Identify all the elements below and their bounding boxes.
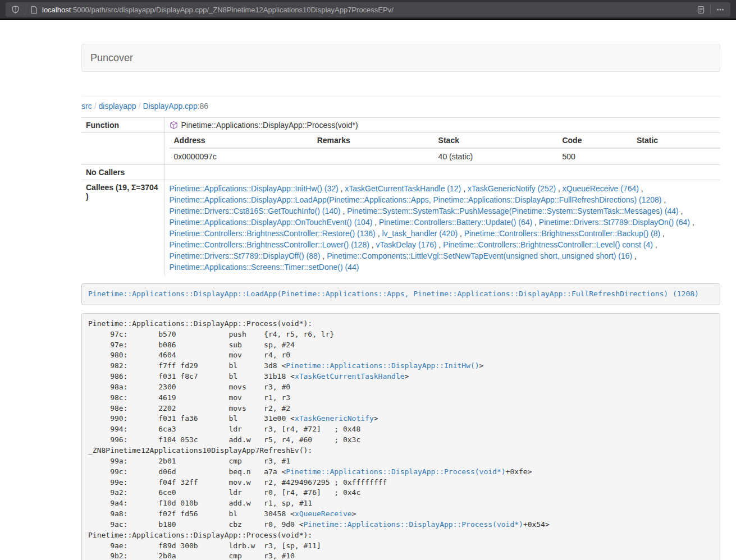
url-bar[interactable]: localhost:5000/path/src/displayapp/Displ… [6,2,730,17]
callee-separator: , [369,240,376,249]
callee-link[interactable]: xTaskGetCurrentTaskHandle (12) [345,184,461,193]
page-container: Puncover src/displayapp/DisplayApp.cpp:8… [81,44,720,560]
no-callers-label: No Callers [81,165,164,180]
assembly-listing: Pinetime::Applications::DisplayApp::Proc… [81,313,720,560]
callee-link[interactable]: xTaskGenericNotify (252) [468,184,556,193]
breadcrumb-line-number: :86 [198,102,208,111]
callee-link[interactable]: lv_task_handler (420) [382,229,458,238]
callee-separator: , [376,229,382,238]
assembly-symbol-link[interactable]: xTaskGenericNotify [295,414,374,423]
stats-table: Address Remarks Stack Code Static 0x0000… [170,133,721,164]
menu-dots-icon[interactable] [716,5,725,14]
url-host: localhost [42,6,71,14]
assembly-symbol-link[interactable]: xTaskGetCurrentTaskHandle [295,372,405,380]
function-table: Function Pinetime::Applications::Display… [81,117,720,276]
callee-separator: , [556,184,563,193]
callee-link[interactable]: Pinetime::Drivers::Cst816S::GetTouchInfo… [170,206,341,215]
function-row: Function Pinetime::Applications::Display… [81,118,720,133]
callee-link[interactable]: Pinetime::Applications::Screens::Timer::… [170,263,359,272]
callee-separator: , [661,195,666,204]
column-header-code: Code [557,133,632,148]
callee-link[interactable]: Pinetime::Controllers::BrightnessControl… [170,229,376,238]
breadcrumb-separator: / [136,102,143,111]
callee-separator: , [632,251,637,260]
divider [81,96,720,97]
callee-separator: , [639,184,643,193]
app-navbar: Puncover [81,44,720,72]
callee-link[interactable]: Pinetime::Drivers::St7789::DisplayOn() (… [539,218,690,227]
breadcrumb-separator: / [92,102,99,111]
page-icon[interactable] [30,6,38,14]
highlighted-callee-block: Pinetime::Applications::DisplayApp::Load… [81,283,720,305]
code-value: 500 [557,148,632,164]
callee-link[interactable]: vTaskDelay (176) [376,240,437,249]
app-brand[interactable]: Puncover [90,52,133,64]
column-header-address: Address [170,133,313,148]
callee-link[interactable]: Pinetime::Components::LittleVgl::SetNewT… [327,251,632,260]
callee-separator: , [372,218,379,227]
url-text[interactable]: localhost:5000/path/src/displayapp/Displ… [42,6,697,14]
callee-separator: , [660,229,665,238]
shield-icon[interactable] [11,5,20,14]
callee-link[interactable]: Pinetime::Applications::DisplayApp::Init… [170,184,339,193]
breadcrumb: src/displayapp/DisplayApp.cpp:86 [81,102,720,111]
toolbar-separator [710,4,711,15]
symbol-cube-icon [170,121,178,130]
breadcrumb-link-src[interactable]: src [81,102,92,111]
function-label: Function [81,118,164,133]
callee-link[interactable]: Pinetime::System::SystemTask::PushMessag… [347,206,679,215]
callee-separator: , [461,184,468,193]
highlighted-callee-link[interactable]: Pinetime::Applications::DisplayApp::Load… [88,290,699,298]
column-header-static: Static [632,133,720,148]
callee-link[interactable]: Pinetime::Drivers::St7789::DisplayOff() … [170,251,321,260]
breadcrumb-link-file[interactable]: DisplayApp.cpp [143,102,197,111]
table-row: 0x0000097c 40 (static) 500 [170,148,721,164]
no-callers-row: No Callers [81,165,720,180]
callee-link[interactable]: Pinetime::Applications::DisplayApp::Load… [170,195,662,204]
callee-link[interactable]: Pinetime::Controllers::BrightnessControl… [464,229,660,238]
address-value: 0x0000097c [170,148,313,164]
callee-separator: , [679,206,683,215]
callee-separator: , [437,240,444,249]
toolbar-bottom-edge [0,19,736,20]
assembly-symbol-link[interactable]: Pinetime::Applications::DisplayApp::Proc… [304,520,523,529]
stats-row: Address Remarks Stack Code Static 0x0000… [81,133,720,165]
static-value [632,148,720,164]
callee-separator: , [341,206,348,215]
callee-separator: , [320,251,327,260]
column-header-remarks: Remarks [313,133,434,148]
url-path: :5000/path/src/displayapp/DisplayApp.cpp… [71,6,394,14]
browser-toolbar: localhost:5000/path/src/displayapp/Displ… [0,0,736,19]
assembly-symbol-link[interactable]: Pinetime::Applications::DisplayApp::Init… [286,361,479,370]
stack-value: 40 (static) [434,148,558,164]
callees-list: Pinetime::Applications::DisplayApp::Init… [164,180,720,276]
callee-link[interactable]: xQueueReceive (764) [563,184,639,193]
assembly-symbol-link[interactable]: Pinetime::Applications::DisplayApp::Proc… [286,467,505,476]
callees-label: Callees (19, Σ=3704 ) [81,180,164,276]
callee-link[interactable]: Pinetime::Controllers::BrightnessControl… [170,240,369,249]
callee-separator: , [339,184,345,193]
assembly-symbol-link[interactable]: xQueueReceive [295,509,352,518]
stats-row-label [81,133,164,165]
callee-separator: , [653,240,657,249]
callee-separator: , [690,218,694,227]
column-header-stack: Stack [434,133,558,148]
toolbar-separator [25,4,25,15]
function-name: Pinetime::Applications::DisplayApp::Proc… [181,121,358,130]
callee-separator: , [532,218,539,227]
callee-link[interactable]: Pinetime::Controllers::Battery::Update()… [379,218,532,227]
callee-separator: , [458,229,464,238]
callee-link[interactable]: Pinetime::Applications::DisplayApp::OnTo… [170,218,373,227]
breadcrumb-link-displayapp[interactable]: displayapp [99,102,136,111]
callees-row: Callees (19, Σ=3704 ) Pinetime::Applicat… [81,180,720,276]
callee-link[interactable]: Pinetime::Controllers::BrightnessControl… [443,240,652,249]
reader-mode-icon[interactable] [697,6,705,14]
remarks-value [313,148,434,164]
